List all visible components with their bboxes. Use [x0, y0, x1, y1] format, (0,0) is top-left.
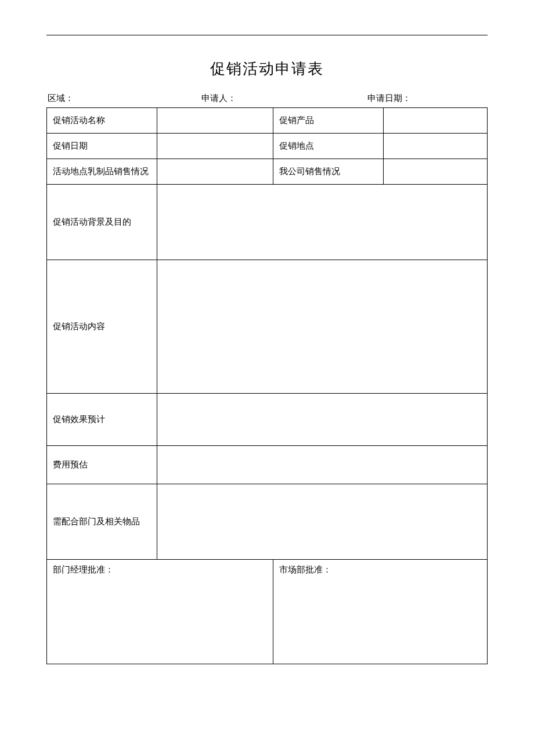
applicant-field: 申请人：: [167, 93, 320, 104]
cost-label: 费用预估: [47, 446, 157, 484]
coop-label: 需配合部门及相关物品: [47, 484, 157, 560]
activity-name-label: 促销活动名称: [47, 108, 157, 134]
apply-date-label: 申请日期：: [367, 93, 411, 103]
dairy-sales-value: [157, 159, 273, 185]
region-label: 区域：: [48, 93, 74, 103]
page-top-rule: [46, 35, 488, 35]
form-title: 促销活动申请表: [46, 59, 488, 79]
location-label: 促销地点: [273, 134, 384, 159]
content-value: [157, 260, 488, 394]
company-sales-value: [384, 159, 488, 185]
dairy-sales-label: 活动地点乳制品销售情况: [47, 159, 157, 185]
dept-approve-label: 部门经理批准：: [53, 565, 114, 574]
coop-value: [157, 484, 488, 560]
dept-approve-cell: 部门经理批准：: [47, 560, 273, 664]
effect-label: 促销效果预计: [47, 394, 157, 446]
location-value: [384, 134, 488, 159]
company-sales-label: 我公司销售情况: [273, 159, 384, 185]
region-field: 区域：: [48, 93, 167, 104]
cost-value: [157, 446, 488, 484]
application-table: 促销活动名称 促销产品 促销日期 促销地点 活动地点乳制品销售情况 我公司销售情…: [46, 107, 488, 664]
form-header-row: 区域： 申请人： 申请日期：: [46, 93, 488, 104]
date-value: [157, 134, 273, 159]
applicant-label: 申请人：: [201, 93, 236, 103]
effect-value: [157, 394, 488, 446]
background-label: 促销活动背景及目的: [47, 185, 157, 260]
date-label: 促销日期: [47, 134, 157, 159]
product-label: 促销产品: [273, 108, 384, 134]
background-value: [157, 185, 488, 260]
content-label: 促销活动内容: [47, 260, 157, 394]
apply-date-field: 申请日期：: [321, 93, 486, 104]
market-approve-cell: 市场部批准：: [273, 560, 488, 664]
product-value: [384, 108, 488, 134]
activity-name-value: [157, 108, 273, 134]
market-approve-label: 市场部批准：: [279, 565, 331, 574]
